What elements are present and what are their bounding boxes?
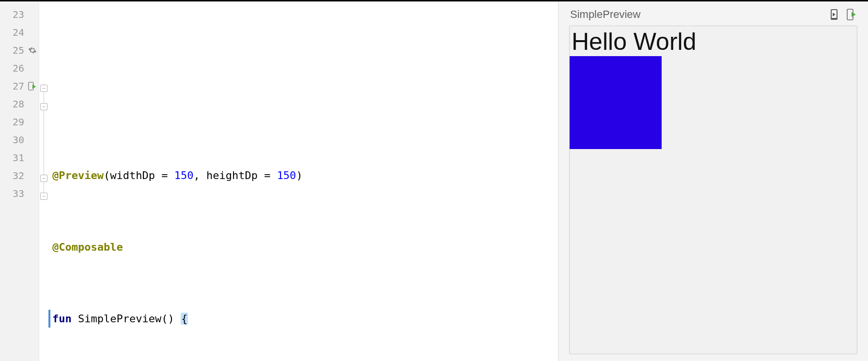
arg-name: heightDp = (206, 169, 277, 181)
code-area[interactable]: @Preview(widthDp = 150, heightDp = 150) … (48, 1, 558, 361)
punct: () (161, 313, 181, 325)
line-number[interactable]: 28 (0, 95, 39, 113)
preview-title: SimplePreview (570, 8, 641, 21)
svg-marker-1 (32, 84, 36, 89)
line-number[interactable]: 25 (0, 41, 39, 59)
annotation: @Preview (52, 169, 104, 181)
punct: ( (104, 169, 110, 181)
code-line[interactable] (48, 41, 558, 59)
code-editor[interactable]: 23 24 25 26 27 28 29 30 31 32 3 (0, 1, 558, 361)
arg-name: widthDp = (110, 169, 174, 181)
keyword: fun (52, 313, 72, 325)
line-number[interactable]: 30 (0, 131, 39, 149)
preview-canvas[interactable]: Hello World (569, 26, 857, 354)
fold-column: ─ ─ ─ ─ (39, 1, 48, 361)
line-number[interactable]: 33 (0, 184, 39, 202)
space (72, 313, 78, 325)
code-line[interactable]: @Composable (48, 238, 558, 256)
code-line[interactable]: fun SimplePreview() { (48, 310, 558, 328)
fold-handle-icon[interactable]: ─ (40, 103, 47, 110)
punct: ) (296, 169, 302, 181)
fold-handle-icon[interactable]: ─ (40, 193, 47, 200)
brace-open: { (181, 313, 188, 325)
line-number[interactable]: 26 (0, 59, 39, 77)
interactive-preview-icon[interactable] (829, 9, 840, 20)
line-number[interactable]: 27 (0, 77, 39, 95)
line-number[interactable]: 29 (0, 113, 39, 131)
code-line[interactable] (48, 95, 558, 113)
preview-header: SimplePreview (569, 8, 857, 21)
number-literal: 150 (174, 169, 194, 181)
punct: , (193, 169, 206, 181)
preview-text: Hello World (572, 27, 697, 56)
line-number[interactable]: 24 (0, 23, 39, 41)
code-line[interactable]: @Preview(widthDp = 150, heightDp = 150) (48, 166, 558, 184)
change-marker (48, 310, 50, 328)
svg-marker-5 (852, 12, 856, 17)
number-literal: 150 (277, 169, 296, 181)
ide-window: 23 24 25 26 27 28 29 30 31 32 3 (0, 1, 868, 361)
preview-header-actions (829, 9, 856, 20)
gear-icon[interactable] (28, 46, 37, 55)
run-gutter-icon[interactable] (28, 82, 37, 90)
deploy-preview-icon[interactable] (846, 9, 856, 20)
line-number[interactable]: 31 (0, 149, 39, 166)
annotation: @Composable (52, 241, 123, 253)
preview-blue-box (570, 56, 662, 149)
compose-preview-pane: SimplePreview Hello World (558, 1, 868, 361)
fold-handle-icon[interactable]: ─ (40, 85, 47, 92)
fold-handle-icon[interactable]: ─ (40, 175, 47, 182)
function-name: SimplePreview (78, 313, 161, 325)
gutter: 23 24 25 26 27 28 29 30 31 32 3 (0, 1, 39, 361)
line-number[interactable]: 32 (0, 166, 39, 184)
line-number[interactable]: 23 (0, 5, 39, 23)
